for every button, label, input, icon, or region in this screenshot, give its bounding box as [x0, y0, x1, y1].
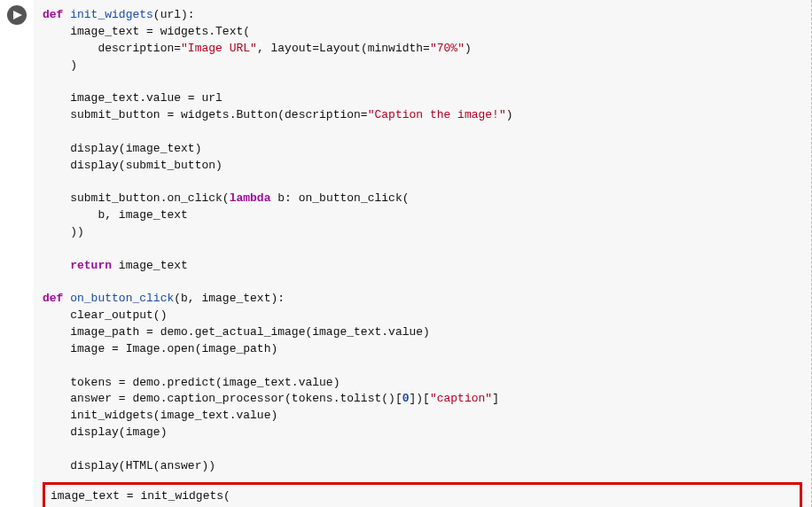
- svg-marker-0: [13, 11, 22, 20]
- fn-on-button-click: on_button_click: [70, 292, 174, 305]
- cell-gutter: [0, 0, 34, 507]
- fn-init-widgets: init_widgets: [70, 8, 153, 21]
- highlighted-invocation: image_text = init_widgets( "https://secu…: [43, 482, 802, 507]
- play-icon: [13, 11, 22, 20]
- code-editor[interactable]: def init_widgets(url): image_text = widg…: [34, 0, 812, 507]
- code-cell: def init_widgets(url): image_text = widg…: [0, 0, 812, 507]
- keyword-def: def: [43, 8, 70, 21]
- run-cell-button[interactable]: [7, 5, 27, 25]
- keyword-def: def: [43, 292, 70, 305]
